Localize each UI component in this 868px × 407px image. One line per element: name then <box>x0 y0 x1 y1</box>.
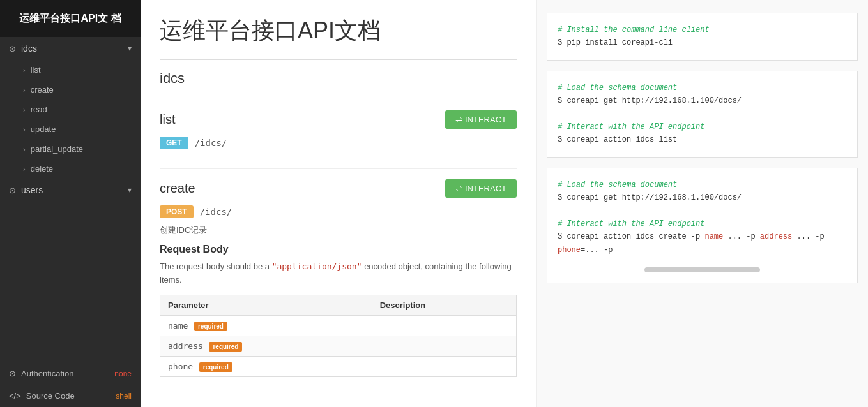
sidebar-item-partial-update[interactable]: › partial_update <box>0 139 141 159</box>
sidebar-item-delete-label: delete <box>31 164 53 174</box>
endpoint-create: create ⇌ INTERACT POST /idcs/ 创建IDC记录 Re… <box>160 168 517 377</box>
sidebar-item-source-code[interactable]: </> Source Code shell <box>0 385 141 407</box>
right-panel: # Install the command line client $ pip … <box>536 0 868 407</box>
list-code-comment2: # Interact with the API endpoint <box>558 121 847 133</box>
list-code-comment1: # Load the schema document <box>558 82 847 94</box>
create-code-comment2: # Interact with the API endpoint <box>558 218 847 230</box>
chevron-down-icon-users: ▾ <box>128 186 132 195</box>
sidebar-item-update[interactable]: › update <box>0 119 141 139</box>
create-description: 创建IDC记录 <box>160 225 517 236</box>
params-table: Parameter Description name required addr… <box>160 295 517 377</box>
param-name: address <box>168 341 203 351</box>
content-type: "application/json" <box>272 262 362 271</box>
person-icon: ⊙ <box>9 369 16 378</box>
list-code-line2: $ coreapi action idcs list <box>558 133 847 146</box>
method-badge-post: POST <box>160 205 194 218</box>
install-line: $ pip install coreapi-cli <box>558 36 847 49</box>
sidebar-section-idcs[interactable]: ⊙ idcs ▾ <box>0 37 141 60</box>
create-code-block: # Load the schema document $ coreapi get… <box>547 168 858 283</box>
section-title-idcs: idcs <box>160 59 517 87</box>
create-code-line1: $ coreapi get http://192.168.1.100/docs/ <box>558 191 847 204</box>
sidebar-title: 运维平台接口API文 档 <box>0 0 141 37</box>
code-scrollbar[interactable] <box>558 263 847 272</box>
list-code-line1: $ coreapi get http://192.168.1.100/docs/ <box>558 94 847 107</box>
param-name-cell: name required <box>160 315 372 336</box>
request-body-desc: The request body should be a "applicatio… <box>160 260 517 287</box>
sidebar-item-list-label: list <box>31 65 41 75</box>
sidebar-section-users[interactable]: ⊙ users ▾ <box>0 179 141 202</box>
table-row: name required <box>160 315 517 336</box>
method-row-list: GET /idcs/ <box>160 137 517 149</box>
sidebar-section-idcs-label: idcs <box>21 43 128 54</box>
source-code-label: Source Code <box>26 391 75 401</box>
col-parameter: Parameter <box>160 295 372 315</box>
param-name-cell: phone required <box>160 356 372 376</box>
sidebar-item-list[interactable]: › list <box>0 60 141 80</box>
install-comment: # Install the command line client <box>558 24 847 36</box>
sidebar-item-create-label: create <box>31 85 54 94</box>
sidebar-idcs-sub-items: › list › create › read › update › partia… <box>0 60 141 179</box>
sidebar-item-delete[interactable]: › delete <box>0 159 141 179</box>
sidebar-item-partial-update-label: partial_update <box>31 144 83 154</box>
required-badge: required <box>194 322 227 331</box>
param-name-cell: address required <box>160 336 372 356</box>
sidebar: 运维平台接口API文 档 ⊙ idcs ▾ › list › create › … <box>0 0 141 407</box>
table-row: phone required <box>160 356 517 376</box>
method-row-create: POST /idcs/ <box>160 205 517 218</box>
sidebar-item-update-label: update <box>31 124 56 134</box>
page-title: 运维平台接口API文档 <box>160 15 517 47</box>
chevron-down-icon: ▾ <box>128 44 132 53</box>
endpoint-list: list ⇌ INTERACT GET /idcs/ <box>160 100 517 149</box>
table-row: address required <box>160 336 517 356</box>
main-content: 运维平台接口API文档 idcs list ⇌ INTERACT GET /id… <box>141 0 536 407</box>
param-desc-cell <box>372 315 516 336</box>
interact-button-create[interactable]: ⇌ INTERACT <box>445 179 517 198</box>
chevron-right-icon: › <box>23 126 26 133</box>
required-badge: required <box>209 342 242 352</box>
list-code-block: # Load the schema document $ coreapi get… <box>547 71 858 158</box>
sidebar-item-create[interactable]: › create <box>0 80 141 100</box>
request-body-text-before: The request body should be a <box>160 262 272 271</box>
source-code-badge: shell <box>116 392 132 401</box>
method-badge-get: GET <box>160 137 188 149</box>
chevron-right-icon: › <box>23 106 26 114</box>
endpoint-list-header: list ⇌ INTERACT <box>160 110 517 129</box>
param-name: phone <box>168 362 193 371</box>
sidebar-item-read-label: read <box>31 105 47 114</box>
sidebar-bottom: ⊙ Authentication none </> Source Code sh… <box>0 362 141 407</box>
endpoint-create-header: create ⇌ INTERACT <box>160 179 517 198</box>
chevron-right-icon: › <box>23 145 26 153</box>
sidebar-item-authentication[interactable]: ⊙ Authentication none <box>0 362 141 385</box>
circle-dot-icon-users: ⊙ <box>9 186 16 195</box>
chevron-right-icon: › <box>23 66 26 74</box>
circle-dot-icon: ⊙ <box>9 44 16 54</box>
endpoint-list-title: list <box>160 112 175 127</box>
sidebar-section-users-label: users <box>21 185 128 195</box>
install-code-block: # Install the command line client $ pip … <box>547 13 858 61</box>
authentication-label: Authentication <box>21 369 73 378</box>
path-list: /idcs/ <box>195 138 227 148</box>
endpoint-create-title: create <box>160 181 195 196</box>
chevron-right-icon: › <box>23 86 26 94</box>
param-desc-cell <box>372 356 516 376</box>
col-description: Description <box>372 295 516 315</box>
create-code-line2: $ coreapi action idcs create -p name=...… <box>558 230 847 256</box>
param-name: name <box>168 321 188 330</box>
request-body-title: Request Body <box>160 244 517 255</box>
chevron-right-icon: › <box>23 165 26 173</box>
interact-button-list[interactable]: ⇌ INTERACT <box>445 110 517 129</box>
code-icon: </> <box>9 391 21 401</box>
param-desc-cell <box>372 336 516 356</box>
authentication-badge: none <box>114 369 132 378</box>
create-code-comment1: # Load the schema document <box>558 179 847 191</box>
required-badge: required <box>199 362 232 372</box>
sidebar-item-read[interactable]: › read <box>0 100 141 119</box>
path-create: /idcs/ <box>200 207 232 217</box>
